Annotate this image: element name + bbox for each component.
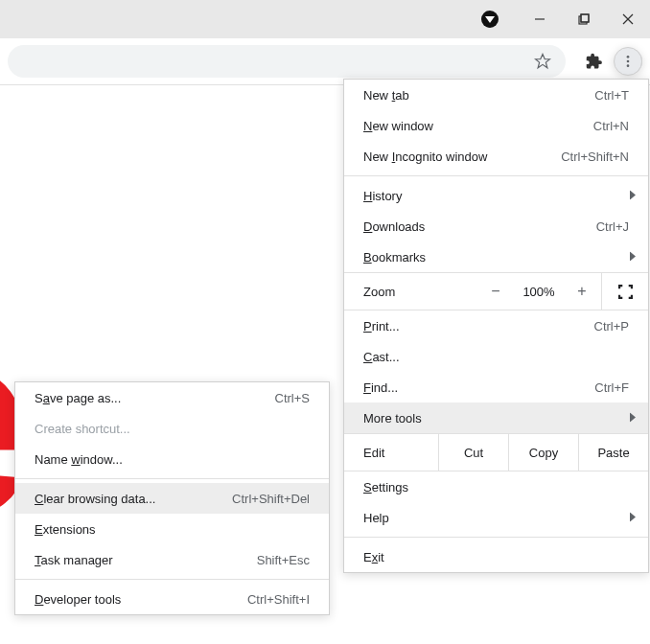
svg-point-8 bbox=[627, 60, 630, 63]
more-tools-submenu: Save page as...Ctrl+S Create shortcut...… bbox=[14, 381, 330, 615]
paste-button[interactable]: Paste bbox=[578, 434, 648, 471]
menu-settings[interactable]: Settings bbox=[344, 472, 648, 502]
chevron-right-icon bbox=[629, 511, 637, 525]
menu-new-tab[interactable]: New tabCtrl+T bbox=[344, 80, 648, 110]
chevron-right-icon bbox=[629, 411, 637, 426]
zoom-in-button[interactable]: + bbox=[563, 283, 601, 300]
menu-task-manager[interactable]: Task managerShift+Esc bbox=[15, 544, 329, 575]
chevron-right-icon bbox=[629, 250, 637, 264]
zoom-row: Zoom − 100% + bbox=[344, 272, 648, 310]
minimize-button[interactable] bbox=[518, 0, 562, 38]
titlebar bbox=[0, 0, 650, 38]
menu-create-shortcut: Create shortcut... bbox=[15, 413, 329, 444]
close-button[interactable] bbox=[606, 0, 650, 38]
menu-extensions[interactable]: Extensions bbox=[15, 514, 329, 544]
menu-save-page[interactable]: Save page as...Ctrl+S bbox=[15, 382, 329, 413]
menu-incognito[interactable]: New Incognito windowCtrl+Shift+N bbox=[344, 141, 648, 172]
menu-find[interactable]: Find...Ctrl+F bbox=[344, 372, 648, 402]
zoom-value: 100% bbox=[515, 285, 563, 299]
menu-name-window[interactable]: Name window... bbox=[15, 444, 329, 474]
menu-help[interactable]: Help bbox=[344, 502, 648, 533]
extensions-icon[interactable] bbox=[581, 48, 608, 75]
bookmark-star-icon[interactable] bbox=[529, 48, 556, 75]
menu-clear-browsing-data[interactable]: Clear browsing data...Ctrl+Shift+Del bbox=[15, 483, 329, 514]
fullscreen-button[interactable] bbox=[601, 273, 648, 310]
kebab-menu-icon[interactable] bbox=[614, 47, 642, 76]
menu-developer-tools[interactable]: Developer toolsCtrl+Shift+I bbox=[15, 584, 329, 614]
maximize-button[interactable] bbox=[562, 0, 606, 38]
zoom-out-button[interactable]: − bbox=[476, 283, 515, 300]
menu-downloads[interactable]: DownloadsCtrl+J bbox=[344, 211, 648, 242]
cut-button[interactable]: Cut bbox=[438, 434, 508, 471]
menu-more-tools[interactable]: More tools bbox=[344, 402, 648, 433]
edit-row: Edit Cut Copy Paste bbox=[344, 433, 648, 472]
menu-exit[interactable]: Exit bbox=[344, 541, 648, 572]
menu-cast[interactable]: Cast... bbox=[344, 341, 648, 372]
menu-new-window[interactable]: New windowCtrl+N bbox=[344, 110, 648, 141]
copy-button[interactable]: Copy bbox=[508, 434, 578, 471]
update-badge-icon[interactable] bbox=[481, 11, 499, 28]
svg-point-9 bbox=[627, 64, 630, 67]
svg-point-7 bbox=[627, 56, 630, 58]
menu-history[interactable]: History bbox=[344, 180, 648, 211]
svg-rect-2 bbox=[581, 14, 589, 22]
zoom-label: Zoom bbox=[344, 285, 459, 299]
menu-print[interactable]: Print...Ctrl+P bbox=[344, 310, 648, 341]
chevron-right-icon bbox=[629, 189, 637, 203]
omnibox[interactable] bbox=[8, 45, 566, 78]
edit-label: Edit bbox=[344, 446, 438, 460]
menu-bookmarks[interactable]: Bookmarks bbox=[344, 242, 648, 272]
main-menu: New tabCtrl+T New windowCtrl+N New Incog… bbox=[343, 79, 649, 573]
